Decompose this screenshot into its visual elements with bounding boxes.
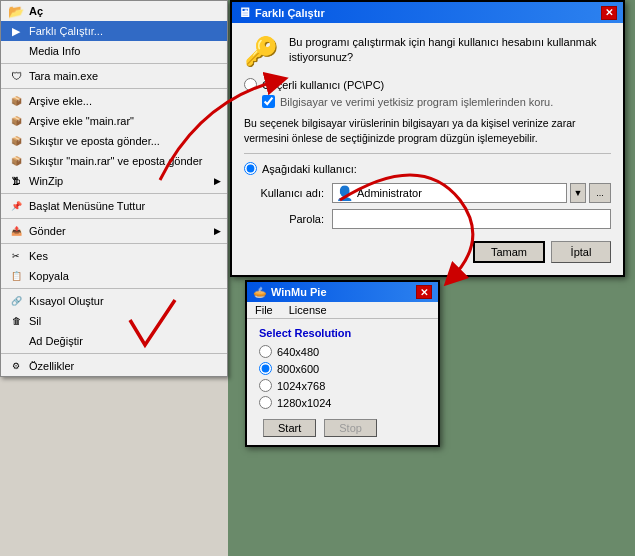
- farki-dialog-title: Farklı Çalıştır: [255, 7, 325, 19]
- send-icon: 📤: [7, 223, 25, 239]
- option2-label: Aşağıdaki kullanıcı:: [262, 163, 357, 175]
- cancel-button[interactable]: İptal: [551, 241, 611, 263]
- username-dropdown-arrow[interactable]: ▼: [570, 183, 586, 203]
- farki-titlebar-left: 🖥 Farklı Çalıştır: [238, 5, 325, 20]
- protect-checkbox[interactable]: [262, 95, 275, 108]
- key-icon: 🔑: [244, 35, 279, 68]
- farki-titlebar-icon: 🖥: [238, 5, 251, 20]
- protect-checkbox-label: Bilgisayar ve verimi yetkisiz program iş…: [280, 96, 553, 108]
- menu-item-arsive-ekle[interactable]: 📦 Arşive ekle...: [1, 91, 227, 111]
- password-input[interactable]: [332, 209, 611, 229]
- winmu-menubar: File License: [247, 302, 438, 319]
- option1-label: Geçerli kullanıcı (PC\PC): [262, 79, 384, 91]
- option1-radio[interactable]: [244, 78, 257, 91]
- menu-item-kopyala[interactable]: 📋 Kopyala: [1, 266, 227, 286]
- farki-dialog-body: 🔑 Bu programı çalıştırmak için hangi kul…: [232, 23, 623, 275]
- resolution-1024-radio[interactable]: [259, 379, 272, 392]
- password-input-wrapper: [332, 209, 611, 229]
- option2-radio[interactable]: [244, 162, 257, 175]
- resolution-640-radio[interactable]: [259, 345, 272, 358]
- resolution-800-radio[interactable]: [259, 362, 272, 375]
- username-input-wrapper: 👤 Administrator ▼ ...: [332, 183, 611, 203]
- menu-item-winzip[interactable]: 🗜 WinZip ▶: [1, 171, 227, 191]
- password-label: Parola:: [244, 213, 324, 225]
- resolution-1024-label: 1024x768: [277, 380, 325, 392]
- winmu-titlebar-left: 🥧 WinMu Pie: [253, 286, 327, 299]
- resolution-1024-row[interactable]: 1024x768: [259, 379, 426, 392]
- stop-button[interactable]: Stop: [324, 419, 377, 437]
- farki-dialog-buttons: Tamam İptal: [244, 241, 611, 263]
- archive-icon: 📦: [7, 93, 25, 109]
- menu-item-sikistir-main-eposta[interactable]: 📦 Sıkıştır "main.rar" ve eposta gönder: [1, 151, 227, 171]
- resolution-640-label: 640x480: [277, 346, 319, 358]
- menu-item-ac[interactable]: 📂 Aç: [1, 1, 227, 21]
- option1-row[interactable]: Geçerli kullanıcı (PC\PC): [244, 78, 611, 91]
- pin-icon: 📌: [7, 198, 25, 214]
- winmu-dialog-title: WinMu Pie: [271, 286, 327, 298]
- cut-icon: ✂: [7, 248, 25, 264]
- send-arrow-icon: ▶: [214, 226, 221, 236]
- winmu-close-button[interactable]: ✕: [416, 285, 432, 299]
- winzip-arrow-icon: ▶: [214, 176, 221, 186]
- winmu-pie-dialog: 🥧 WinMu Pie ✕ File License Select Resolu…: [245, 280, 440, 447]
- separator-1: [1, 63, 227, 64]
- menu-item-ad-degistir[interactable]: Ad Değiştir: [1, 331, 227, 351]
- rename-icon: [7, 333, 25, 349]
- shortcut-icon: 🔗: [7, 293, 25, 309]
- username-dropdown[interactable]: 👤 Administrator: [332, 183, 567, 203]
- winmu-buttons: Start Stop: [259, 419, 426, 437]
- resolution-800-row[interactable]: 800x600: [259, 362, 426, 375]
- winmu-menu-file[interactable]: File: [251, 303, 277, 317]
- compress-send-icon: 📦: [7, 133, 25, 149]
- menu-item-sikistir-eposta[interactable]: 📦 Sıkıştır ve eposta gönder...: [1, 131, 227, 151]
- resolution-1280-row[interactable]: 1280x1024: [259, 396, 426, 409]
- checkbox-row[interactable]: Bilgisayar ve verimi yetkisiz program iş…: [262, 95, 611, 108]
- winmu-titlebar: 🥧 WinMu Pie ✕: [247, 282, 438, 302]
- option1-section: Geçerli kullanıcı (PC\PC) Bilgisayar ve …: [244, 78, 611, 108]
- winmu-titlebar-icon: 🥧: [253, 286, 267, 299]
- farki-close-button[interactable]: ✕: [601, 6, 617, 20]
- warning-text: Bu seçenek bilgisayar virüslerinin bilgi…: [244, 116, 611, 145]
- separator-4: [1, 218, 227, 219]
- run-icon: ▶: [7, 23, 25, 39]
- start-button[interactable]: Start: [263, 419, 316, 437]
- scan-icon: 🛡: [7, 68, 25, 84]
- archive-main-icon: 📦: [7, 113, 25, 129]
- menu-item-farki-calistir[interactable]: ▶ Farklı Çalıştır...: [1, 21, 227, 41]
- context-menu: 📂 Aç ▶ Farklı Çalıştır... Media Info 🛡 T…: [0, 0, 228, 377]
- menu-item-arsive-ekle-main[interactable]: 📦 Arşive ekle "main.rar": [1, 111, 227, 131]
- resolution-640-row[interactable]: 640x480: [259, 345, 426, 358]
- user-section: Kullanıcı adı: 👤 Administrator ▼ ... Par…: [244, 183, 611, 229]
- menu-item-ozellikler[interactable]: ⚙ Özellikler: [1, 356, 227, 376]
- dialog-divider: [244, 153, 611, 154]
- ok-button[interactable]: Tamam: [473, 241, 545, 263]
- username-row: Kullanıcı adı: 👤 Administrator ▼ ...: [244, 183, 611, 203]
- user-dropdown-icon: 👤: [336, 185, 353, 201]
- menu-item-sil[interactable]: 🗑 Sil: [1, 311, 227, 331]
- winzip-icon: 🗜: [7, 173, 25, 189]
- resolution-1280-radio[interactable]: [259, 396, 272, 409]
- username-value: Administrator: [357, 187, 563, 199]
- menu-item-kisayol[interactable]: 🔗 Kısayol Oluştur: [1, 291, 227, 311]
- menu-item-media-info[interactable]: Media Info: [1, 41, 227, 61]
- password-row: Parola:: [244, 209, 611, 229]
- winmu-menu-license[interactable]: License: [285, 303, 331, 317]
- farki-dialog-titlebar: 🖥 Farklı Çalıştır ✕: [232, 2, 623, 23]
- option2-row[interactable]: Aşağıdaki kullanıcı:: [244, 162, 611, 175]
- menu-item-kes[interactable]: ✂ Kes: [1, 246, 227, 266]
- separator-3: [1, 193, 227, 194]
- menu-item-gonder[interactable]: 📤 Gönder ▶: [1, 221, 227, 241]
- resolution-1280-label: 1280x1024: [277, 397, 331, 409]
- delete-icon: 🗑: [7, 313, 25, 329]
- menu-item-tara[interactable]: 🛡 Tara main.exe: [1, 66, 227, 86]
- resolution-800-label: 800x600: [277, 363, 319, 375]
- username-label: Kullanıcı adı:: [244, 187, 324, 199]
- open-icon: 📂: [7, 3, 25, 19]
- separator-5: [1, 243, 227, 244]
- properties-icon: ⚙: [7, 358, 25, 374]
- farki-header-row: 🔑 Bu programı çalıştırmak için hangi kul…: [244, 35, 611, 68]
- username-browse-button[interactable]: ...: [589, 183, 611, 203]
- separator-7: [1, 353, 227, 354]
- menu-item-baslat[interactable]: 📌 Başlat Menüsüne Tuttur: [1, 196, 227, 216]
- copy-icon: 📋: [7, 268, 25, 284]
